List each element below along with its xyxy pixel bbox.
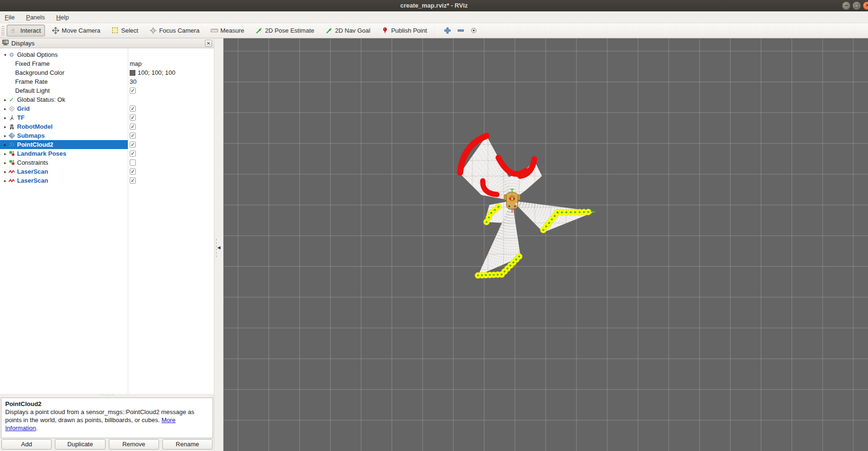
close-button[interactable]: ✕	[863, 1, 868, 10]
minimize-button[interactable]: −	[842, 1, 850, 10]
row-global-options[interactable]: ▾ ⚙ Global Options	[0, 50, 214, 59]
row-display-robotmodel[interactable]: ▸ RobotModel ✓	[0, 122, 214, 131]
row-global-status[interactable]: ▸ ✓ Global Status: Ok	[0, 95, 214, 104]
row-fixed-frame[interactable]: Fixed Frame map	[0, 59, 214, 68]
tool-visibility-button[interactable]	[469, 26, 479, 36]
duplicate-button[interactable]: Duplicate	[55, 439, 105, 450]
splitter-collapse-handle[interactable]: ◀	[215, 237, 223, 258]
laserscan1-checkbox[interactable]: ✓	[130, 168, 136, 175]
expand-arrow-icon[interactable]: ▸	[2, 115, 8, 120]
tool-2d-nav-goal[interactable]: 2D Nav Goal	[321, 25, 374, 36]
maximize-button[interactable]: □	[852, 1, 861, 10]
landmark-point-inner	[545, 226, 547, 228]
row-frame-rate[interactable]: Frame Rate 30	[0, 77, 214, 86]
landmark-poses-checkbox[interactable]: ✓	[130, 150, 136, 157]
row-display-tf[interactable]: ▸ TF ✓	[0, 113, 214, 122]
tool-2d-pose-estimate[interactable]: 2D Pose Estimate	[251, 25, 319, 36]
landmark-point-inner	[570, 211, 572, 213]
measure-ruler-icon	[211, 27, 218, 34]
collapse-arrow-icon[interactable]: ▾	[2, 53, 8, 57]
robotmodel-checkbox[interactable]: ✓	[130, 124, 136, 130]
remove-tool-button[interactable]	[455, 26, 466, 36]
pointcloud2-checkbox[interactable]: ✓	[130, 141, 136, 148]
expand-arrow-icon[interactable]: ▸	[2, 178, 8, 183]
landmark-point-inner	[494, 209, 496, 211]
expand-arrow-icon[interactable]: ▸	[2, 97, 8, 102]
expand-arrow-icon[interactable]: ▸	[2, 142, 8, 147]
description-title: PointCloud2	[5, 400, 209, 408]
row-display-constraints[interactable]: ▸ Constraints	[0, 158, 214, 167]
row-display-landmark-poses[interactable]: ▸ Landmark Poses ✓	[0, 149, 214, 158]
robot-marker	[512, 198, 513, 200]
displays-tree: ▾ ⚙ Global Options Fixed Frame map Backg…	[0, 48, 214, 394]
constraints-checkbox[interactable]	[130, 159, 136, 166]
row-display-laserscan-2[interactable]: ▸ LaserScan ✓	[0, 176, 214, 185]
landmark-point-inner	[481, 274, 483, 276]
plus-icon	[444, 27, 451, 34]
status-ok-check-icon: ✓	[8, 97, 15, 103]
pointcloud-icon	[8, 141, 15, 148]
3d-viewport[interactable]	[223, 38, 868, 451]
expand-arrow-icon[interactable]: ▸	[2, 169, 8, 174]
tool-publish-point[interactable]: Publish Point	[377, 25, 431, 36]
window-titlebar[interactable]: create_map.rviz* - RViz − □ ✕	[0, 0, 868, 11]
submaps-checkbox[interactable]: ✓	[130, 133, 136, 139]
frame-rate-value[interactable]: 30	[130, 78, 136, 85]
landmark-point-inner	[497, 206, 499, 208]
background-color-value[interactable]: 100; 100; 100	[138, 69, 176, 76]
rename-button[interactable]: Rename	[162, 439, 213, 450]
row-display-laserscan-1[interactable]: ▸ LaserScan ✓	[0, 167, 214, 176]
expand-arrow-icon[interactable]: ▸	[2, 160, 8, 165]
hand-icon: ☝	[11, 27, 18, 34]
laserscan2-checkbox[interactable]: ✓	[130, 177, 136, 184]
landmark-point-inner	[504, 271, 505, 273]
menu-panels[interactable]: Panels	[26, 14, 45, 21]
add-button[interactable]: Add	[1, 439, 52, 450]
grid-checkbox[interactable]: ✓	[130, 106, 136, 112]
landmark-point-inner	[497, 274, 499, 275]
tf-checkbox[interactable]: ✓	[130, 115, 136, 121]
robot-detail	[515, 203, 517, 205]
panel-close-icon[interactable]: ✕	[205, 40, 212, 47]
displays-panel-header[interactable]: Displays ✕	[0, 38, 214, 48]
menu-help[interactable]: Help	[56, 14, 69, 21]
landmark-point-inner	[486, 221, 487, 223]
window-title: create_map.rviz* - RViz	[400, 2, 468, 9]
landmark-point-inner	[551, 219, 553, 221]
tf-axes-icon	[8, 115, 15, 121]
panel-viewport-splitter[interactable]: ◀	[214, 38, 223, 451]
tool-interact[interactable]: ☝ Interact	[7, 25, 45, 36]
tool-select[interactable]: Select	[107, 25, 142, 36]
menu-file[interactable]: File	[5, 14, 15, 21]
landmark-point-inner	[518, 256, 520, 257]
row-default-light[interactable]: Default Light ✓	[0, 86, 214, 95]
expand-arrow-icon[interactable]: ▸	[2, 124, 8, 129]
landmark-point-inner	[578, 211, 580, 213]
row-display-grid[interactable]: ▸ Grid ✓	[0, 104, 214, 113]
3d-scene[interactable]	[223, 38, 868, 451]
displays-panel: Displays ✕ ▾ ⚙ Global Options Fixed Fram…	[0, 38, 214, 451]
tool-focus-camera[interactable]: Focus Camera	[145, 25, 204, 36]
tool-measure[interactable]: Measure	[206, 25, 248, 36]
grid-icon	[8, 106, 15, 112]
color-swatch[interactable]	[130, 70, 135, 76]
row-display-pointcloud2[interactable]: ▸ PointCloud2 ✓	[0, 140, 214, 149]
robot-marker	[509, 198, 511, 200]
panel-splitter-handle[interactable]: ······	[0, 394, 214, 398]
fixed-frame-value[interactable]: map	[130, 60, 142, 67]
landmark-point-inner	[509, 265, 511, 266]
expand-arrow-icon[interactable]: ▸	[2, 151, 8, 156]
landmark-point-inner	[515, 258, 517, 260]
row-display-submaps[interactable]: ▸ Submaps ✓	[0, 131, 214, 140]
landmark-point-inner	[506, 267, 508, 269]
toolbar-drag-handle[interactable]	[1, 26, 5, 36]
add-tool-button[interactable]	[442, 26, 452, 36]
remove-button[interactable]: Remove	[109, 439, 159, 450]
eye-icon	[470, 27, 478, 34]
row-background-color[interactable]: Background Color 100; 100; 100	[0, 68, 214, 77]
map-pin-icon	[381, 27, 389, 34]
expand-arrow-icon[interactable]: ▸	[2, 133, 8, 138]
default-light-checkbox[interactable]: ✓	[130, 88, 136, 94]
tool-move-camera[interactable]: Move Camera	[48, 25, 105, 36]
expand-arrow-icon[interactable]: ▸	[2, 106, 8, 111]
